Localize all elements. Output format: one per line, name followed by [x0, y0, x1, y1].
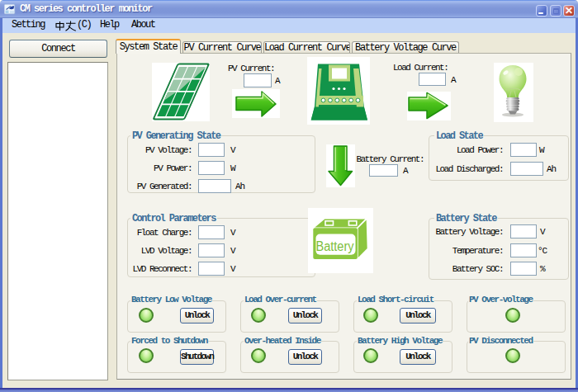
- svg-text:Battery: Battery: [316, 239, 354, 253]
